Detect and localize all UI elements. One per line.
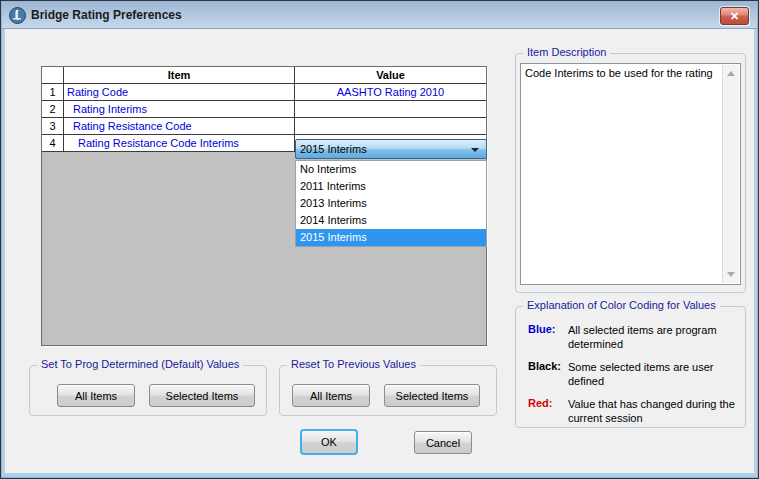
row-number: 2	[42, 101, 64, 117]
scroll-down-icon[interactable]	[727, 272, 735, 277]
table-row[interactable]: 1 Rating Code AASHTO Rating 2010	[42, 84, 486, 101]
black-label: Black:	[528, 360, 568, 388]
window-frame	[2, 473, 757, 477]
close-icon: ✕	[730, 10, 739, 22]
item-description-group: Item Description Code Interims to be use…	[515, 53, 746, 293]
red-description: Value that has changed during the curren…	[568, 397, 739, 425]
item-description-text: Code Interims to be used for the rating	[521, 64, 740, 82]
reset-all-items-button[interactable]: All Items	[292, 384, 370, 407]
table-row[interactable]: 3 Rating Resistance Code	[42, 118, 486, 135]
table-header-row: Item Value	[42, 67, 486, 84]
dropdown-option[interactable]: 2014 Interims	[296, 212, 486, 229]
set-default-selected-items-button[interactable]: Selected Items	[149, 384, 255, 407]
blue-label: Blue:	[528, 323, 568, 351]
reset-selected-items-button[interactable]: Selected Items	[384, 384, 480, 407]
table-row[interactable]: 2 Rating Interims	[42, 101, 486, 118]
window-title: Bridge Rating Preferences	[31, 2, 182, 29]
value-cell[interactable]	[295, 101, 486, 117]
window-frame	[2, 27, 5, 476]
item-description-label: Item Description	[523, 46, 610, 58]
window-frame	[754, 27, 757, 476]
reset-previous-label: Reset To Previous Values	[287, 358, 420, 370]
row-number: 1	[42, 84, 64, 100]
value-column-header: Value	[295, 67, 486, 83]
set-default-all-items-button[interactable]: All Items	[57, 384, 135, 407]
description-scrollbar[interactable]	[722, 65, 739, 283]
cancel-button[interactable]: Cancel	[414, 431, 472, 454]
dropdown-option[interactable]: 2011 Interims	[296, 178, 486, 195]
item-cell[interactable]: Rating Resistance Code	[64, 118, 295, 134]
rating-interims-combobox[interactable]: 2015 Interims	[295, 139, 487, 159]
row-number: 3	[42, 118, 64, 134]
red-label: Red:	[528, 397, 568, 425]
dialog-body: Item Value 1 Rating Code AASHTO Rating 2…	[5, 29, 754, 473]
dropdown-option[interactable]: 2013 Interims	[296, 195, 486, 212]
reset-previous-group: Reset To Previous Values All Items Selec…	[279, 365, 497, 416]
color-coding-entry: Black: Some selected items are user defi…	[528, 360, 739, 388]
item-column-header: Item	[64, 67, 295, 83]
value-cell[interactable]	[295, 118, 486, 134]
chevron-down-icon	[471, 148, 479, 152]
ok-button[interactable]: OK	[300, 429, 358, 455]
blue-description: All selected items are program determine…	[568, 323, 739, 351]
color-coding-entry: Red: Value that has changed during the c…	[528, 397, 739, 425]
item-description-textbox[interactable]: Code Interims to be used for the rating	[520, 63, 741, 285]
dropdown-option[interactable]: No Interims	[296, 161, 486, 178]
item-cell[interactable]: Rating Interims	[64, 101, 295, 117]
titlebar[interactable]: Bridge Rating Preferences ✕	[2, 2, 757, 29]
color-coding-label: Explanation of Color Coding for Values	[523, 299, 720, 311]
row-number-header	[42, 67, 64, 83]
item-cell[interactable]: Rating Code	[64, 84, 295, 100]
dropdown-option-selected[interactable]: 2015 Interims	[296, 229, 486, 246]
row-number: 4	[42, 135, 64, 151]
set-default-label: Set To Prog Determined (Default) Values	[37, 358, 243, 370]
item-cell[interactable]: Rating Resistance Code Interims	[64, 135, 295, 151]
set-default-group: Set To Prog Determined (Default) Values …	[29, 365, 267, 416]
preferences-table: Item Value 1 Rating Code AASHTO Rating 2…	[41, 66, 487, 346]
color-coding-group: Explanation of Color Coding for Values B…	[515, 306, 746, 428]
black-description: Some selected items are user defined	[568, 360, 739, 388]
combobox-dropdown-list: No Interims 2011 Interims 2013 Interims …	[295, 160, 487, 247]
combobox-selected-value: 2015 Interims	[300, 143, 367, 155]
scroll-up-icon[interactable]	[727, 71, 735, 76]
value-cell[interactable]: AASHTO Rating 2010	[295, 84, 486, 100]
dialog-window: Bridge Rating Preferences ✕ Item Value 1…	[0, 0, 759, 479]
color-coding-entry: Blue: All selected items are program det…	[528, 323, 739, 351]
app-logo-icon	[9, 7, 26, 24]
close-button[interactable]: ✕	[720, 7, 749, 25]
